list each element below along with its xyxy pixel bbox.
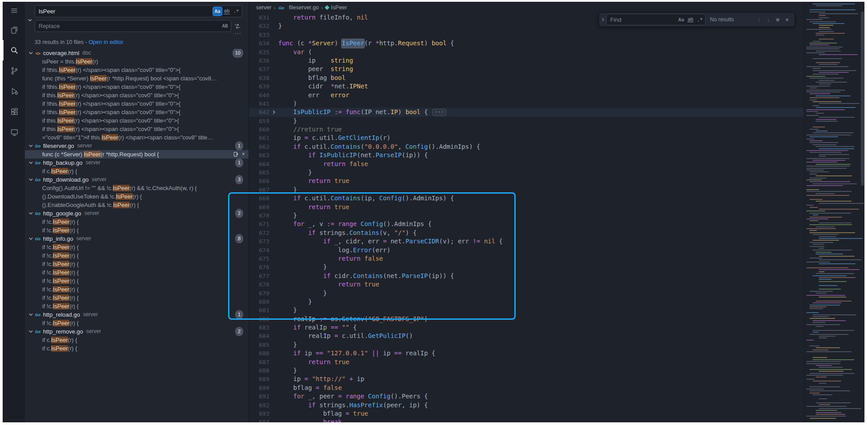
code-text[interactable]: if c.util.Contains(ip, Config().AdminIps… [278,194,454,203]
file-result-header[interactable]: Gohttp_reload.goserver1 [25,310,249,319]
code-line[interactable]: 684 realIp = c.util.GetPulicIP() [249,332,804,340]
search-match-row[interactable]: if !this.IsPeer(r) </span><span class="c… [25,99,249,108]
find-previous-icon[interactable]: ↑ [754,15,764,24]
search-match-row[interactable]: if !c.IsPeer(r) { [25,226,249,234]
code-line[interactable]: 682 realIp := os.Getenv("GO_FASTDFS_IP") [249,315,804,323]
code-text[interactable]: return true [278,177,349,185]
match-case-toggle[interactable]: Aa [213,7,222,16]
search-input[interactable]: IsPeer Aa ab .* [35,5,242,17]
code-text[interactable]: } [278,341,297,349]
code-line[interactable]: 666 return true [249,177,804,185]
code-line[interactable]: 693 bflag = true [249,409,804,418]
regex-toggle[interactable]: .* [232,7,241,16]
code-line[interactable]: 680 } [249,298,804,306]
scrollbar-thumb[interactable] [861,12,864,186]
code-line[interactable]: 637 peer string [249,65,804,73]
code-line[interactable]: 673 if _, cidr, err = net.ParseCIDR(v); … [249,237,804,246]
code-line[interactable]: 677 if cidr.Contains(net.ParseIP(ip)) { [249,272,804,280]
code-line[interactable]: 670 } [249,211,804,220]
search-match-row[interactable]: ().EnableGoogleAuth && !c.IsPeer(r) { [25,201,249,209]
search-match-row[interactable]: ().DownloadUseToken && !c.IsPeer(r) { [25,192,249,201]
code-line[interactable]: 661 ip = c.util.GetClientIp(r) [249,134,804,142]
code-line[interactable]: 668 if c.util.Contains(ip, Config().Admi… [249,194,804,203]
remote-explorer-icon[interactable] [3,122,25,142]
find-match-case-toggle[interactable]: Aa [677,16,686,24]
code-text[interactable]: realIp := os.Getenv("GO_FASTDFS_IP") [278,315,428,323]
search-match-row[interactable]: if !c.IsPeer(r) { [25,319,249,327]
code-line[interactable]: 690 bflag = false [249,384,804,392]
search-match-row[interactable]: if !this.IsPeer(r) </span><span class="c… [25,108,249,116]
code-line[interactable]: 669 return true [249,203,804,211]
code-text[interactable]: if realIp == "" { [278,323,357,332]
code-text[interactable]: } [278,117,297,125]
code-line[interactable]: 638 bflag bool [249,74,804,82]
code-line[interactable]: 687 return true [249,358,804,366]
code-text[interactable]: bflag = true [278,409,368,418]
fold-chevron-icon[interactable] [269,108,278,116]
dismiss-match-icon[interactable]: × [242,150,245,159]
search-match-row[interactable]: if c.IsPeer(r) { [25,344,249,353]
file-result-header[interactable]: Gofileserver.goserver1 [25,142,249,150]
search-match-row[interactable]: ="cov8" title="1">if this.IsPeer(r) </sp… [25,133,249,142]
code-line[interactable]: 636 ip string [249,56,804,65]
code-line[interactable]: 663 if IsPublicIP(net.ParseIP(ip)) { [249,151,804,159]
whole-word-toggle[interactable]: ab [222,7,231,16]
code-line[interactable]: 678 return true [249,280,804,289]
code-line[interactable]: 633 [249,31,804,39]
preserve-case-toggle[interactable]: AB [221,22,229,30]
open-match-icon[interactable] [233,151,239,157]
code-line[interactable]: 662 if c.util.Contains("0.0.0.0", Config… [249,143,804,151]
code-text[interactable]: } [278,366,297,375]
code-line[interactable]: 639 cidr *net.IPNet [249,82,804,91]
code-text[interactable]: func (c *Server) IsPeer(r *http.Request)… [278,39,454,48]
find-whole-word-toggle[interactable]: ab [686,16,695,24]
code-text[interactable]: ) [278,99,297,108]
code-line[interactable]: 688 } [249,366,804,375]
file-result-header[interactable]: Gohttp_backup.goserver1 [25,159,249,167]
code-line[interactable]: 640 err error [249,91,804,99]
search-match-row[interactable]: if !c.IsPeer(r) { [25,277,249,285]
code-line[interactable]: 659 } [249,117,804,125]
code-line[interactable]: 665 } [249,168,804,177]
code-text[interactable]: return fileInfo, nil [278,13,368,22]
code-text[interactable]: } [278,289,327,298]
search-match-row[interactable]: if !c.IsPeer(r) { [25,260,249,268]
breadcrumb-item[interactable]: server [256,4,272,11]
replace-input[interactable]: Replace AB [35,20,231,32]
code-text[interactable]: cidr *net.IPNet [278,82,368,91]
search-match-row[interactable]: if !this.IsPeer(r) </span><span class="c… [25,83,249,91]
code-line[interactable]: 692 if strings.HasPrefix(peer, ip) { [249,401,804,409]
code-line[interactable]: 685 } [249,341,804,349]
code-text[interactable]: if c.util.Contains("0.0.0.0", Config().A… [278,143,480,151]
code-text[interactable]: ip = "http://" + ip [278,375,364,383]
code-text[interactable]: ip = c.util.GetClientIp(r) [278,134,391,142]
search-match-row[interactable]: if !this.IsPeer(r) </span><span class="c… [25,66,249,74]
code-line[interactable]: 634func (c *Server) IsPeer(r *http.Reque… [249,39,804,48]
search-match-row[interactable]: isPeer = this.IsPeer(r) [25,57,249,66]
toggle-replace-chevron-icon[interactable] [26,16,33,24]
search-match-row[interactable]: if !c.IsPeer(r) { [25,294,249,302]
code-line[interactable]: 694 break [249,418,804,422]
code-line[interactable]: 671 for _, v := range Config().AdminIps … [249,220,804,228]
search-icon[interactable] [3,40,25,60]
code-line[interactable]: 676 } [249,263,804,271]
code-text[interactable]: var ( [278,48,312,56]
search-match-row[interactable]: if this.IsPeer(r) </span><span class="co… [25,116,249,125]
search-match-row[interactable]: if !c.IsPeer(r) { [25,268,249,277]
breadcrumb-item[interactable]: IsPeer [325,4,347,11]
file-result-header[interactable]: Gohttp_download.goserver3 [25,175,249,184]
code-text[interactable]: peer string [278,65,353,73]
code-text[interactable]: realIp = c.util.GetPulicIP() [278,332,413,340]
search-match-row[interactable]: if !c.IsPeer(r) { [25,243,249,251]
code-text[interactable]: } [278,306,297,314]
explorer-icon[interactable] [3,20,25,40]
code-text[interactable]: for _, peer = range Config().Peers { [278,392,428,401]
code-text[interactable]: break [278,418,342,422]
code-line[interactable]: 635 var ( [249,48,804,56]
search-match-row[interactable]: if !c.IsPeer(r) { [25,285,249,294]
search-match-row[interactable]: if this.IsPeer(r) </span><span class="co… [25,125,249,133]
search-match-row[interactable]: if c.IsPeer(r) { [25,167,249,175]
search-match-row[interactable]: if !c.IsPeer(r) { [25,302,249,310]
breadcrumb-item[interactable]: Gofileserver.go [278,4,319,11]
code-line[interactable]: 642 IsPublicIP := func(IP net.IP) bool {… [249,108,804,116]
